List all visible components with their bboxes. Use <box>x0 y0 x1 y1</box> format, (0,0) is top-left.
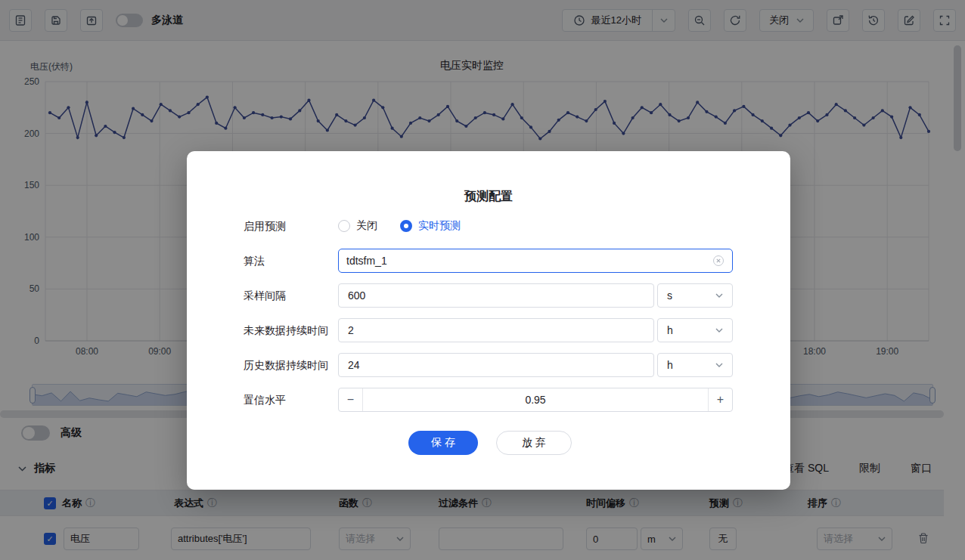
future-duration-unit-value: h <box>667 324 673 336</box>
radio-off-label: 关闭 <box>356 219 377 233</box>
history-duration-input[interactable] <box>338 353 654 377</box>
decrement-button[interactable]: − <box>339 388 363 411</box>
sample-interval-unit-value: s <box>667 289 672 302</box>
future-duration-label: 未来数据持续时间 <box>244 323 328 337</box>
enable-prediction-label: 启用预测 <box>244 219 286 233</box>
radio-off[interactable]: 关闭 <box>338 219 377 233</box>
radio-circle <box>338 220 350 232</box>
discard-button[interactable]: 放 弃 <box>496 431 572 455</box>
sample-interval-unit-select[interactable]: s <box>657 283 733 308</box>
enable-prediction-radio-group: 关闭 实时预测 <box>338 214 461 238</box>
chevron-down-icon <box>715 293 723 298</box>
chevron-down-icon <box>715 328 723 333</box>
chevron-down-icon <box>715 363 723 367</box>
sample-interval-input[interactable] <box>338 283 654 308</box>
algorithm-label: 算法 <box>244 254 265 268</box>
history-duration-unit-value: h <box>667 359 673 371</box>
future-duration-unit-select[interactable]: h <box>657 318 733 342</box>
sample-interval-label: 采样间隔 <box>244 289 286 302</box>
confidence-label: 置信水平 <box>244 393 286 407</box>
prediction-config-dialog: 预测配置 启用预测 关闭 实时预测 算法 采样间隔 s 未来数据持续时间 h 历… <box>187 151 790 490</box>
confidence-value[interactable]: 0.95 <box>363 388 708 411</box>
radio-realtime-label: 实时预测 <box>418 219 461 233</box>
future-duration-input[interactable] <box>338 318 654 342</box>
history-duration-unit-select[interactable]: h <box>657 353 733 377</box>
radio-circle-selected <box>400 220 412 232</box>
confidence-stepper: − 0.95 + <box>338 388 733 412</box>
radio-realtime[interactable]: 实时预测 <box>400 219 461 233</box>
increment-button[interactable]: + <box>708 388 732 411</box>
clear-icon[interactable] <box>712 255 725 267</box>
save-button-modal[interactable]: 保 存 <box>408 431 478 455</box>
algorithm-field <box>338 249 733 273</box>
dialog-title: 预测配置 <box>187 189 790 205</box>
algorithm-input[interactable] <box>346 255 706 267</box>
history-duration-label: 历史数据持续时间 <box>244 358 328 372</box>
